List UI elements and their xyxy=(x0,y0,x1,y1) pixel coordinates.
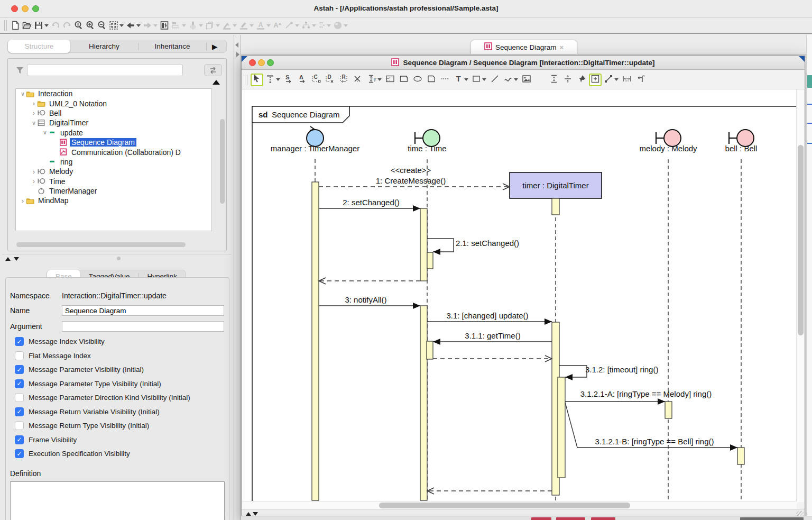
dropdown-arrow-icon[interactable] xyxy=(276,78,280,81)
open-file-button[interactable] xyxy=(22,19,32,32)
activation-bar[interactable] xyxy=(427,252,433,269)
tree-expander-icon[interactable]: ∨ xyxy=(42,129,48,136)
diagram-tab[interactable]: Sequence Diagram × xyxy=(470,40,577,54)
tree-vertical-scrollbar[interactable] xyxy=(219,88,225,231)
dropdown-arrow-icon[interactable] xyxy=(614,78,619,81)
tree-expander-icon[interactable]: ∨ xyxy=(20,90,26,97)
destroy-message-button[interactable]: D xyxy=(324,74,336,86)
compress-vertical-button[interactable] xyxy=(561,74,574,86)
checkbox-checked-icon[interactable]: ✓ xyxy=(15,365,24,374)
checkbox-unchecked-icon[interactable] xyxy=(15,393,24,402)
tree-item-time[interactable]: ›Time xyxy=(16,177,211,186)
diagram-window-titlebar[interactable]: Sequence Diagram / Sequence Diagram [Int… xyxy=(242,56,805,70)
reply-message-button[interactable]: R xyxy=(337,74,350,86)
back-button[interactable] xyxy=(125,19,141,32)
tree-item-melody[interactable]: ›Melody xyxy=(16,167,211,176)
zoom-in-button[interactable] xyxy=(85,19,96,32)
tree-expander-icon[interactable]: › xyxy=(20,197,26,205)
checkbox-checked-icon[interactable]: ✓ xyxy=(15,379,24,388)
structure-view-button[interactable] xyxy=(159,19,170,32)
new-file-button[interactable] xyxy=(10,19,21,32)
tree-horizontal-scrollbar[interactable] xyxy=(15,242,212,248)
dropdown-arrow-icon[interactable] xyxy=(482,78,486,81)
create-message-button[interactable]: C xyxy=(310,74,322,86)
panel-splitter[interactable] xyxy=(2,254,232,262)
checkbox-row-message-index-visibility[interactable]: ✓Message Index Visibility xyxy=(15,337,105,346)
activation-bar[interactable] xyxy=(558,377,565,478)
tree-item-sequence-diagram[interactable]: Sequence Diagram xyxy=(16,138,211,147)
save-button[interactable] xyxy=(33,19,49,32)
fit-screen-button[interactable] xyxy=(108,19,124,32)
close-diagram-button[interactable] xyxy=(249,59,256,66)
tree-expander-icon[interactable]: ∨ xyxy=(31,120,37,126)
checkbox-row-execution-specification-visibility[interactable]: ✓Execution Specification Visibility xyxy=(15,449,130,458)
checkbox-checked-icon[interactable]: ✓ xyxy=(15,407,24,416)
checkbox-row-flat-message-index[interactable]: Flat Message Index xyxy=(15,351,91,360)
activation-bar[interactable] xyxy=(427,341,433,359)
sync-message-button[interactable]: S xyxy=(282,74,295,86)
text-tool-button[interactable]: T xyxy=(453,74,469,86)
zoom-100-button[interactable] xyxy=(73,19,84,32)
checkbox-row-message-parameter-visibility-initial[interactable]: ✓Message Parameter Visibility (Initial) xyxy=(15,365,144,374)
scroll-down-icon[interactable] xyxy=(253,512,258,516)
zoom-diagram-button[interactable] xyxy=(267,59,274,66)
column-splitter[interactable] xyxy=(234,35,241,520)
tree-item-communication-collaboration-d[interactable]: Communication (Collaboration) D xyxy=(16,147,211,157)
checkbox-unchecked-icon[interactable] xyxy=(15,351,24,360)
splitter-right-icon[interactable] xyxy=(236,52,239,57)
tabs-overflow-button[interactable]: ▶ xyxy=(207,42,223,51)
tree-expander-icon[interactable]: › xyxy=(31,177,37,185)
rect-shape-button[interactable] xyxy=(425,74,438,86)
activation-bar[interactable] xyxy=(312,182,319,500)
activation-bar[interactable] xyxy=(552,198,559,215)
indent-button[interactable] xyxy=(634,74,647,86)
tree-expander-icon[interactable]: › xyxy=(31,99,37,107)
activation-bar[interactable] xyxy=(420,208,427,281)
checkbox-row-message-return-type-visibility-initial[interactable]: Message Return Type Visibility (Initial) xyxy=(15,421,149,430)
diagram-canvas[interactable]: sdSequence Diagrammanager : TimerManager… xyxy=(242,89,797,502)
checkbox-row-message-parameter-type-visibility-initial[interactable]: ✓Message Parameter Type Visibility (Init… xyxy=(15,379,161,388)
checkbox-row-message-parameter-direction-kind-visibility-initial[interactable]: Message Parameter Direction Kind Visibil… xyxy=(15,393,190,402)
oval-button[interactable] xyxy=(411,74,424,86)
async-message-button[interactable]: A xyxy=(296,74,309,86)
lifeline-tool-button[interactable] xyxy=(264,74,281,86)
argument-input[interactable] xyxy=(62,321,224,332)
width-bracket-button[interactable] xyxy=(621,74,633,86)
curve-tool-button[interactable] xyxy=(502,74,519,86)
splitter-down-icon[interactable] xyxy=(14,257,19,261)
canvas-horizontal-scrollbar[interactable] xyxy=(242,501,797,509)
connector-button[interactable] xyxy=(603,74,620,86)
note-button[interactable] xyxy=(398,74,410,86)
stop-button[interactable] xyxy=(351,74,364,86)
name-input[interactable] xyxy=(62,305,224,316)
expand-vertical-button[interactable] xyxy=(548,74,560,86)
checkbox-unchecked-icon[interactable] xyxy=(15,421,24,430)
dots-button[interactable] xyxy=(439,74,451,86)
checkbox-row-frame-visibility[interactable]: ✓Frame Visibility xyxy=(15,435,77,444)
tree-item-uml2-0-notation[interactable]: ›UML2_0 Notation xyxy=(16,98,211,108)
tree-item-ring[interactable]: ring xyxy=(16,157,211,167)
image-tool-button[interactable] xyxy=(520,74,533,86)
definition-textarea[interactable] xyxy=(10,481,225,520)
zoom-out-button[interactable] xyxy=(97,19,107,32)
splitter-left-icon[interactable] xyxy=(235,42,238,48)
dropdown-arrow-icon[interactable] xyxy=(44,24,49,27)
duration-button[interactable]: {d} xyxy=(365,74,383,86)
dropdown-arrow-icon[interactable] xyxy=(464,78,468,81)
canvas-vertical-scrollbar[interactable] xyxy=(796,89,804,502)
checkbox-checked-icon[interactable]: ✓ xyxy=(15,435,24,444)
tree-item-mindmap[interactable]: ›MindMap xyxy=(16,196,211,205)
scroll-up-icon[interactable] xyxy=(246,512,251,516)
tree-expander-icon[interactable]: › xyxy=(31,168,37,176)
tree-item-interaction[interactable]: ∨Interaction xyxy=(16,89,211,98)
dropdown-arrow-icon[interactable] xyxy=(514,78,518,81)
rectangle-tool-button[interactable] xyxy=(470,74,487,86)
dropdown-arrow-icon[interactable] xyxy=(377,78,382,81)
tab-hierarchy[interactable]: Hierarchy xyxy=(70,40,138,53)
tree-item-bell[interactable]: ›Bell xyxy=(16,108,211,118)
tree-item-update[interactable]: ∨update xyxy=(16,128,211,138)
activation-bar[interactable] xyxy=(420,306,427,500)
tree-filter-input[interactable] xyxy=(27,64,183,76)
splitter-up-icon[interactable] xyxy=(5,257,11,261)
dropdown-arrow-icon[interactable] xyxy=(136,24,141,27)
